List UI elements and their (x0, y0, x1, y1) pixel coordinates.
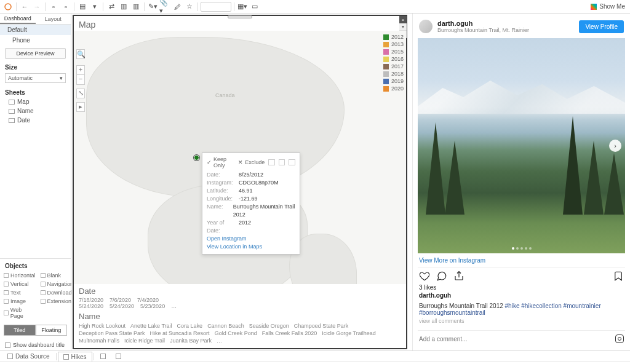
sort-desc-icon[interactable]: ▥ (130, 2, 142, 12)
obj-extension[interactable]: Extension (39, 298, 75, 305)
legend-item[interactable]: 2017 (383, 63, 404, 70)
sheet-map[interactable]: Map (0, 97, 71, 106)
forward-button[interactable]: → (31, 2, 42, 12)
pan-icon[interactable]: ⤡ (76, 89, 85, 98)
view-comments-link[interactable]: view all comments (418, 318, 625, 330)
legend-item[interactable]: 2015 (383, 48, 404, 55)
show-me-button[interactable]: Show Me (591, 3, 625, 10)
present-icon[interactable]: ▭ (249, 2, 260, 12)
name-item[interactable]: Icicle Gorge Trailhead (322, 330, 376, 337)
avatar[interactable] (419, 20, 433, 33)
name-item[interactable]: Cora Lake (177, 322, 203, 330)
hashtag[interactable]: #borroughsmountaintrail (419, 309, 485, 316)
bookmark-icon[interactable] (613, 271, 624, 282)
date-item[interactable]: 5/24/2020 (110, 303, 134, 309)
tab-dashboard[interactable]: Dashboard (0, 14, 36, 24)
legend-item[interactable]: 2016 (383, 55, 404, 63)
name-item[interactable]: Champoed State Park (294, 322, 349, 330)
name-item[interactable]: High Rock Lookout (79, 322, 126, 330)
date-list[interactable]: 7/18/20207/6/20207/4/20205/24/20205/24/2… (74, 296, 406, 311)
zoom-out-icon[interactable]: − (76, 75, 85, 85)
name-item[interactable]: Multnomah Falls (79, 337, 119, 344)
obj-webpage[interactable]: Web Page (2, 306, 37, 320)
view-more-link[interactable]: View More on Instagram (418, 253, 625, 267)
legend-item[interactable]: 2013 (383, 41, 404, 48)
size-dropdown[interactable]: Automatic▾ (5, 73, 66, 83)
comment-icon[interactable] (436, 271, 447, 282)
sort-asc-icon[interactable]: ▥ (118, 2, 129, 12)
floating-button[interactable]: Floating (36, 325, 68, 336)
poster-username[interactable]: darth.oguh (418, 291, 625, 303)
swap-icon[interactable]: ⇄ (106, 2, 117, 12)
device-preview-button[interactable]: Device Preview (5, 48, 66, 59)
name-item[interactable]: Juanita Bay Park (170, 337, 212, 344)
back-button[interactable]: ← (19, 2, 30, 12)
obj-download[interactable]: Download (39, 289, 75, 296)
name-item[interactable]: Icicle Ridge Trail (124, 337, 165, 344)
date-item[interactable]: … (171, 303, 177, 309)
data-source-tab[interactable]: Data Source (2, 352, 55, 361)
view-in-maps-link[interactable]: View Location in Maps (207, 243, 295, 251)
name-item[interactable]: Falls Creek Falls 2020 (262, 330, 317, 337)
obj-horizontal[interactable]: Horizontal (2, 272, 37, 279)
date-item[interactable]: 7/6/2020 (110, 297, 131, 303)
attach-icon[interactable]: 📎▾ (159, 2, 170, 12)
name-item[interactable]: Seaside Oregon (249, 322, 289, 330)
map-viz[interactable]: Canada Mexico Colombia 🔍 + − ⤡ ▸ 2012201… (74, 31, 406, 284)
ig-username[interactable]: darth.oguh (437, 20, 574, 27)
filter-icon[interactable]: ▾ (399, 23, 407, 31)
group-icon[interactable] (268, 159, 275, 165)
tab-layout[interactable]: Layout (36, 14, 71, 24)
instagram-icon[interactable] (615, 334, 624, 343)
map-search-icon[interactable]: 🔍 (76, 49, 85, 59)
view-profile-button[interactable]: View Profile (579, 20, 624, 33)
refresh-icon[interactable]: ▾ (89, 2, 100, 12)
close-icon[interactable]: × (399, 16, 407, 23)
fit-dropdown[interactable] (201, 2, 231, 12)
legend-item[interactable]: 2020 (383, 85, 404, 92)
sheet-name[interactable]: Name (0, 106, 71, 116)
tooltip-icon[interactable]: 🖉 (172, 2, 183, 12)
hashtag[interactable]: #hike (505, 303, 522, 309)
map-legend[interactable]: 20122013201520162017201820192020 (383, 33, 404, 92)
logo-icon[interactable] (2, 2, 14, 12)
keep-only-button[interactable]: ✓ Keep Only (207, 156, 234, 168)
cards-icon[interactable]: ▦▾ (237, 2, 248, 12)
obj-navigation[interactable]: Navigation (39, 280, 75, 288)
open-instagram-link[interactable]: Open Instagram (207, 235, 295, 243)
new-dashboard-icon[interactable] (111, 352, 126, 360)
device-phone[interactable]: Phone (0, 35, 71, 46)
hashtag[interactable]: #hikecollection (521, 303, 563, 309)
name-item[interactable]: Gold Creek Pond (215, 330, 257, 337)
hikes-tab[interactable]: Hikes (58, 352, 92, 362)
likes-count[interactable]: 3 likes (418, 284, 625, 291)
obj-vertical[interactable]: Vertical (2, 280, 37, 288)
carousel-next-icon[interactable]: › (609, 140, 621, 152)
name-item[interactable]: Anette Lake Trail (130, 322, 172, 330)
new-sheet-icon[interactable]: ▫ (60, 2, 71, 12)
star-icon[interactable]: ☆ (184, 2, 195, 12)
save-icon[interactable]: ▫ (48, 2, 59, 12)
date-item[interactable]: 5/23/2020 (140, 303, 165, 309)
zoom-in-icon[interactable]: + (76, 65, 85, 75)
name-list[interactable]: High Rock LookoutAnette Lake TrailCora L… (74, 321, 406, 348)
comment-input[interactable] (419, 336, 612, 342)
new-worksheet-icon[interactable] (95, 352, 111, 360)
drag-handle[interactable] (228, 15, 252, 18)
legend-item[interactable]: 2019 (383, 77, 404, 85)
name-item[interactable]: Cannon Beach (207, 322, 244, 330)
show-title-row[interactable]: Show dashboard title (0, 339, 71, 350)
date-item[interactable]: 7/4/2020 (137, 297, 159, 303)
name-item[interactable]: … (217, 337, 222, 344)
obj-text[interactable]: Text (2, 289, 37, 296)
share-icon[interactable] (453, 271, 465, 282)
new-data-icon[interactable]: ▤ (77, 2, 88, 12)
highlight-icon[interactable]: ✎▾ (147, 2, 158, 12)
view-data-icon[interactable] (289, 159, 295, 165)
name-item[interactable]: Deception Pass State Park (79, 330, 145, 337)
legend-item[interactable]: 2018 (383, 70, 404, 77)
map-marker[interactable] (194, 155, 199, 160)
date-item[interactable]: 7/18/2020 (79, 297, 103, 303)
obj-blank[interactable]: Blank (39, 272, 75, 279)
ig-location[interactable]: Burroughs Mountain Trail, Mt. Rainier (437, 27, 574, 33)
